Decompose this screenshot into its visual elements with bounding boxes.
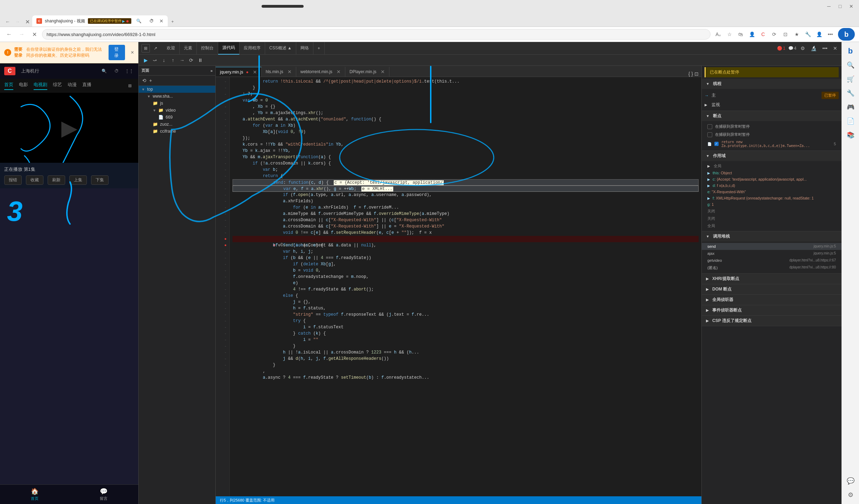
event-listener-header[interactable]: 事件侦听器断点 (702, 305, 841, 315)
pause-on-exception-button[interactable]: ⏸ (196, 56, 205, 64)
tab-network[interactable]: 网络 (296, 42, 313, 55)
resume-button[interactable]: ▶ (141, 56, 150, 64)
close-hls-tab-button[interactable]: ✕ (288, 69, 292, 75)
callstack-section-header[interactable]: 调用堆栈 (702, 231, 841, 241)
step-into-button[interactable]: ↓ (160, 56, 168, 64)
login-button[interactable]: 登录 (109, 45, 125, 60)
sidebar-tools-icon[interactable]: 🔧 (844, 87, 857, 99)
step-out-button[interactable]: ↑ (169, 56, 177, 64)
edge-copilot-button[interactable]: b (838, 28, 855, 41)
sidebar-copilot-icon[interactable]: b (844, 45, 857, 57)
new-tab-button[interactable]: + (168, 17, 178, 27)
thread-monitor-row[interactable]: 监视 (702, 100, 841, 109)
devtools-dock-icon[interactable]: ⊞ (141, 44, 150, 52)
callstack-item-ajax[interactable]: ajax jquery.min.js:5 (702, 250, 841, 257)
tree-item-www[interactable]: www.sha... (144, 93, 215, 100)
step-over-button[interactable]: ⤻ (151, 56, 159, 64)
collect-button[interactable]: 收藏 (26, 175, 43, 185)
settings-icon[interactable]: ••• (825, 29, 835, 39)
collections-icon[interactable]: ⟳ (769, 29, 779, 39)
callstack-item-getvideo[interactable]: getvideo dplayer.html?vi...u8.https://:6… (702, 257, 841, 264)
settings-icon[interactable]: ⚙ (799, 44, 806, 52)
close-dplayer-tab-button[interactable]: ✕ (381, 69, 385, 75)
prev-episode-button[interactable]: 上集 (69, 175, 87, 185)
format-code-icon[interactable]: { } (688, 71, 693, 77)
scope-d[interactable]: d: f x(a,b,c,d) (702, 182, 841, 189)
tree-item-cciframe[interactable]: 📁 cciframe (150, 128, 215, 135)
sidebar-shopping-icon[interactable]: 🛒 (844, 73, 857, 85)
csp-section-header[interactable]: CSP 违反了规定断点 (702, 316, 841, 326)
scope-section-header[interactable]: 作用域 (702, 151, 841, 161)
code-editor[interactable]: - - - - - - - - - - - - - (216, 77, 701, 496)
tree-item-js[interactable]: 📁 js (150, 100, 215, 107)
experiment-icon[interactable]: 🔬 (809, 44, 818, 52)
callstack-item-send[interactable]: send jquery.min.js:5 (702, 243, 841, 250)
tab-add[interactable]: + (313, 42, 325, 55)
nav-anime[interactable]: 动漫 (68, 82, 77, 90)
step-button[interactable]: → (178, 56, 186, 64)
debug-record-icon[interactable]: ⏺ (126, 19, 129, 23)
next-episode-button[interactable]: 下集 (91, 175, 109, 185)
file-tab-hls[interactable]: hls.min.js ✕ (262, 67, 296, 77)
reload-nav-button[interactable]: ✕ (29, 29, 39, 39)
nav-movies[interactable]: 电影 (19, 82, 28, 90)
deactivate-breakpoints-button[interactable]: ⟳ (187, 56, 195, 64)
tab-close-button[interactable]: ✕ (159, 18, 164, 24)
sidebar-office-icon[interactable]: 📄 (844, 115, 857, 127)
profile-icon[interactable]: 👤 (747, 29, 757, 39)
site-history-icon[interactable]: ⏱ (112, 66, 122, 76)
more-icon[interactable]: ••• (821, 44, 829, 52)
more-label[interactable]: » (210, 69, 213, 73)
sidebar-search-icon[interactable]: 🔍 (844, 59, 857, 71)
scope-this[interactable]: this: Object (702, 170, 841, 176)
minimize-button[interactable]: ─ (824, 1, 834, 11)
refresh-button[interactable]: ✕ (22, 17, 32, 27)
sidebar-settings-icon[interactable]: ⚙ (844, 489, 857, 501)
file-tab-jquery[interactable]: jquery.min.js ● ✕ (216, 67, 262, 77)
tree-new-icon[interactable]: + (148, 77, 153, 84)
scope-f[interactable]: f: XMLHttpRequest {onreadystatechange: n… (702, 195, 841, 201)
tree-item-top[interactable]: top (139, 86, 215, 93)
account-icon[interactable]: 👤 (814, 29, 824, 39)
extension-icon[interactable]: C (758, 29, 768, 39)
nav-home[interactable]: 首页 (4, 82, 13, 90)
tab-css-overview[interactable]: CSS概述 ▲ (265, 42, 296, 55)
global-listener-header[interactable]: 全局侦听器 (702, 295, 841, 305)
site-logo[interactable]: C (4, 67, 15, 75)
shopping-icon[interactable]: 🛍 (736, 29, 746, 39)
nav-tv[interactable]: 电视剧 (34, 82, 47, 90)
tab-search-icon[interactable]: 🔍 (134, 16, 144, 26)
debug-play-icon[interactable]: ▶ (122, 19, 125, 23)
file-tab-webtorrent[interactable]: webtorrent.min.js ✕ (296, 67, 345, 77)
report-button[interactable]: 报错 (4, 175, 22, 185)
bottom-nav-home[interactable]: 🏠 首页 (31, 488, 39, 501)
scope-e[interactable]: e: "X-Requested-With" (702, 189, 841, 195)
more-tools-icon[interactable]: 🔧 (803, 29, 813, 39)
xhr-section-header[interactable]: XHR/提取断点 (702, 274, 841, 284)
back-button[interactable]: ← (3, 17, 13, 27)
tab-welcome[interactable]: 欢迎 (162, 42, 180, 55)
tab-application[interactable]: 应用程序 (240, 42, 265, 55)
sidebar-games-icon[interactable]: 🎮 (844, 101, 857, 113)
tab-sources[interactable]: 源代码 (218, 42, 240, 55)
callstack-item-anon[interactable]: (匿名) dplayer.html?vi...u8.https://:80 (702, 264, 841, 272)
read-mode-icon[interactable]: Aᵥ (713, 29, 723, 39)
site-menu-icon[interactable]: ⋮⋮ (124, 66, 134, 76)
devtools-undock-icon[interactable]: ↗ (151, 44, 160, 52)
close-jquery-tab-button[interactable]: ✕ (253, 69, 257, 75)
close-webtorrent-tab-button[interactable]: ✕ (337, 69, 341, 75)
back-nav-button[interactable]: ← (4, 29, 14, 39)
site-search-icon[interactable]: 🔍 (99, 66, 109, 76)
tree-sync-icon[interactable]: ⟲ (141, 77, 147, 84)
favorites-nav-icon[interactable]: ★ (792, 29, 802, 39)
tree-item-video[interactable]: 📁 video (150, 107, 215, 114)
pretty-print-icon[interactable]: ⊡ (694, 71, 699, 77)
maximize-button[interactable]: □ (835, 1, 845, 11)
bp-enabled-checkbox[interactable]: ✓ (714, 142, 719, 146)
notification-close-button[interactable]: ✕ (131, 50, 134, 55)
thread-section-header[interactable]: 线程 (702, 79, 841, 89)
sidebar-collections-icon[interactable]: 📚 (844, 129, 857, 141)
forward-button[interactable]: → (13, 17, 22, 27)
exception-checkbox-2[interactable] (707, 132, 712, 137)
favorites-icon[interactable]: ☆ (725, 29, 734, 39)
